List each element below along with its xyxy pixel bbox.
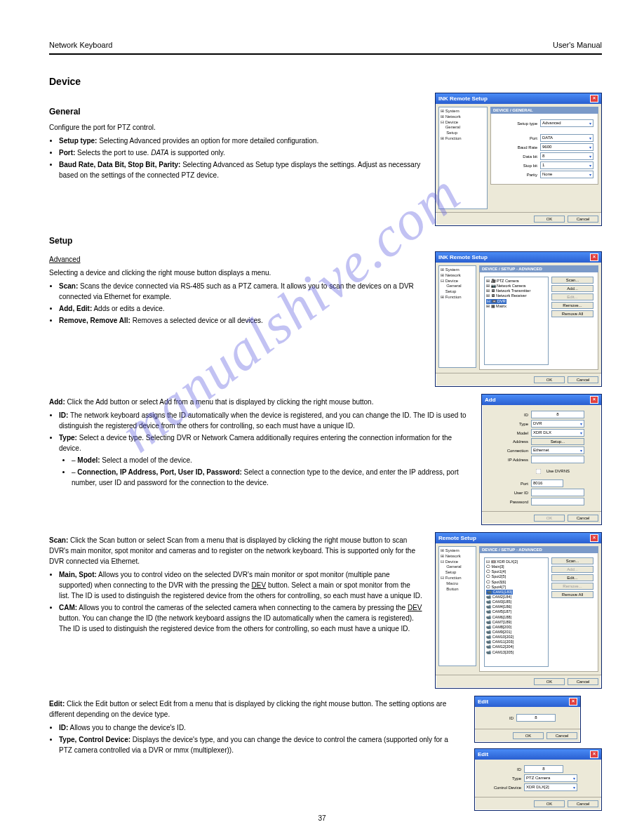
- cancel-button[interactable]: Cancel: [568, 800, 598, 807]
- cancel-button[interactable]: Cancel: [568, 678, 598, 685]
- select-model[interactable]: XDR DLX: [531, 429, 584, 437]
- dialog-edit-device: Edit× ID8 TypePTZ Camera Control DeviceX…: [474, 748, 602, 811]
- label-id: ID: [499, 716, 514, 720]
- id-field[interactable]: 8: [524, 765, 563, 773]
- dialog-device-general: INK Remote Setup× ⊞ System⊞ Network⊟ Dev…: [435, 93, 602, 226]
- button-scan[interactable]: Scan...: [551, 277, 593, 284]
- port-field[interactable]: 8016: [531, 479, 563, 487]
- label-password: Password: [486, 500, 528, 504]
- advanced-heading: Advanced: [49, 254, 422, 265]
- button-remove[interactable]: Remove...: [551, 583, 593, 590]
- ok-button[interactable]: OK: [513, 732, 544, 739]
- dialog-scan-result: Remote Setup× ⊞ System⊞ Network⊟ Device …: [435, 532, 602, 689]
- use-dvrns-checkbox[interactable]: Use DVRNS: [531, 465, 570, 478]
- id-field[interactable]: 8: [516, 714, 556, 722]
- dialog-title: Remote Setup: [438, 535, 476, 541]
- label-address: Address: [486, 439, 528, 444]
- label-userid: User ID: [486, 491, 528, 495]
- dialog-title: Edit: [478, 699, 488, 705]
- label-port-num: Port: [486, 482, 528, 486]
- password-field[interactable]: [531, 498, 584, 505]
- select-databit[interactable]: 8: [540, 152, 593, 160]
- dialog-title: INK Remote Setup: [438, 95, 488, 102]
- header-right: User's Manual: [553, 41, 602, 49]
- nav-tree[interactable]: ⊞ System⊞ Network⊟ Device General Setup⊟…: [438, 546, 476, 666]
- select-port[interactable]: DATA: [540, 134, 593, 142]
- dialog-title: INK Remote Setup: [438, 254, 488, 260]
- close-icon[interactable]: ×: [590, 396, 598, 404]
- label-control-device: Control Device: [479, 786, 521, 790]
- close-icon[interactable]: ×: [590, 750, 598, 758]
- nav-tree[interactable]: ⊞ System⊞ Network⊟ Device General Setup⊞…: [438, 265, 476, 368]
- ok-button[interactable]: OK: [534, 216, 565, 223]
- ok-button[interactable]: OK: [534, 515, 565, 522]
- label-ip: IP Address: [486, 458, 528, 462]
- button-edit[interactable]: Edit...: [551, 574, 593, 581]
- general-list: Setup type: Selecting Advanced provides …: [59, 135, 422, 180]
- select-stopbit[interactable]: 1: [540, 161, 593, 169]
- button-remove[interactable]: Remove...: [551, 302, 593, 309]
- general-intro: Configure the port for PTZ control.: [49, 122, 422, 133]
- label-parity: Parity: [495, 173, 537, 177]
- label-id: ID: [486, 413, 528, 417]
- close-icon[interactable]: ×: [590, 253, 598, 261]
- label-setup-type: Setup type: [495, 121, 537, 126]
- nav-tree[interactable]: ⊞ System⊞ Network⊟ Device General Setup⊞…: [438, 107, 488, 209]
- ip-field[interactable]: [531, 456, 584, 463]
- label-baud: Baud Rate: [495, 145, 537, 150]
- page-header: Network Keyboard User's Manual: [49, 28, 602, 55]
- button-add[interactable]: Add...: [551, 285, 593, 292]
- label-connection: Connection: [486, 449, 528, 453]
- select-connection[interactable]: Ethernet: [531, 446, 584, 454]
- ok-button[interactable]: OK: [534, 678, 565, 685]
- header-left: Network Keyboard: [49, 41, 113, 49]
- add-text: Add: Click the Add button or select Add …: [49, 397, 469, 407]
- button-column: Scan...Add...Edit...Remove...Remove All: [551, 277, 593, 365]
- ok-button[interactable]: OK: [534, 376, 565, 383]
- select-control-device[interactable]: XDR DLX[2]: [524, 783, 577, 791]
- label-model: Model: [486, 431, 528, 435]
- select-type[interactable]: DVR: [531, 420, 584, 428]
- label-type: Type: [479, 776, 521, 781]
- userid-field[interactable]: [531, 489, 584, 496]
- label-databit: Data bit: [495, 154, 537, 159]
- button-removeall[interactable]: Remove All: [551, 591, 593, 598]
- scan-list: Main, Spot: Allows you to control video …: [59, 569, 422, 634]
- id-field[interactable]: 8: [531, 411, 584, 418]
- button-add[interactable]: Add...: [551, 566, 593, 573]
- ok-button[interactable]: OK: [534, 800, 565, 807]
- advanced-list: Scan: Scans the device connected via RS-…: [59, 281, 422, 326]
- select-baud[interactable]: 9600: [540, 143, 593, 151]
- cancel-button[interactable]: Cancel: [546, 732, 577, 739]
- device-heading: Device: [49, 76, 602, 87]
- close-icon[interactable]: ×: [569, 698, 577, 706]
- device-tree[interactable]: ⊞ 🎥 PTZ Camera⊞ 📷 Network Camera⊞ 🖥 Netw…: [484, 277, 549, 365]
- address-setup-button[interactable]: Setup...: [531, 438, 584, 445]
- button-removeall[interactable]: Remove All: [551, 310, 593, 317]
- general-heading: General: [49, 107, 422, 117]
- dialog-device-setup-advanced: INK Remote Setup× ⊞ System⊞ Network⊟ Dev…: [435, 251, 602, 387]
- cancel-button[interactable]: Cancel: [568, 376, 598, 383]
- dialog-title: Edit: [478, 751, 488, 757]
- label-type: Type: [486, 422, 528, 426]
- select-type[interactable]: PTZ Camera: [524, 774, 577, 782]
- dialog-title: Add: [485, 397, 496, 403]
- button-scan[interactable]: Scan...: [551, 557, 593, 564]
- select-parity[interactable]: None: [540, 171, 593, 178]
- edit-text: Edit: Click the Edit button or select Ed…: [49, 699, 462, 720]
- cancel-button[interactable]: Cancel: [568, 515, 598, 522]
- setup-heading: Setup: [49, 236, 602, 246]
- edit-list: ID: Allows you to change the device's ID…: [59, 722, 462, 755]
- dialog-edit-id: Edit× ID8 OKCancel: [474, 696, 581, 743]
- device-tree[interactable]: ⊟ 📼 XDR DLX[2] 🖵 Main[3] 🖵 Spot1[4] 🖵 Sp…: [484, 557, 549, 667]
- button-edit[interactable]: Edit...: [551, 293, 593, 300]
- close-icon[interactable]: ×: [590, 534, 598, 542]
- label-id: ID: [479, 767, 521, 772]
- scan-text: Scan: Click the Scan button or select Sc…: [49, 535, 422, 567]
- close-icon[interactable]: ×: [590, 95, 598, 102]
- panel-title: DEVICE / GENERAL: [490, 107, 598, 114]
- label-port: Port: [495, 136, 537, 140]
- select-setup-type[interactable]: Advanced: [540, 119, 593, 127]
- add-list: ID: The network keyboard assigns the ID …: [59, 410, 469, 488]
- cancel-button[interactable]: Cancel: [568, 216, 598, 223]
